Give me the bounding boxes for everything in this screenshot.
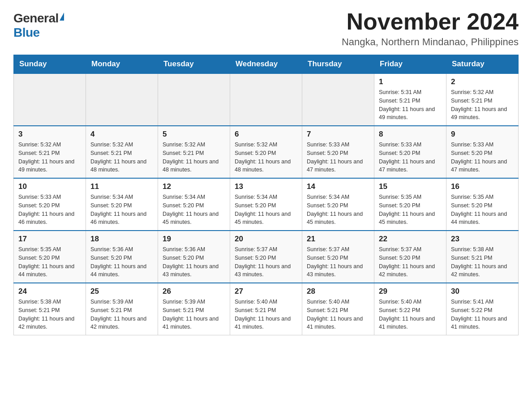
calendar-cell: 26Sunrise: 5:39 AMSunset: 5:21 PMDayligh… xyxy=(158,283,230,335)
calendar-cell: 6Sunrise: 5:32 AMSunset: 5:20 PMDaylight… xyxy=(230,126,302,178)
day-info: Sunrise: 5:36 AMSunset: 5:20 PMDaylight:… xyxy=(163,245,225,279)
day-info: Sunrise: 5:38 AMSunset: 5:21 PMDaylight:… xyxy=(18,298,81,331)
day-number: 13 xyxy=(235,182,297,191)
day-number: 10 xyxy=(18,182,81,191)
day-info: Sunrise: 5:33 AMSunset: 5:20 PMDaylight:… xyxy=(379,141,442,174)
day-info: Sunrise: 5:32 AMSunset: 5:21 PMDaylight:… xyxy=(451,88,514,122)
calendar-week-row: 24Sunrise: 5:38 AMSunset: 5:21 PMDayligh… xyxy=(14,283,519,335)
day-number: 6 xyxy=(235,130,297,139)
day-info: Sunrise: 5:34 AMSunset: 5:20 PMDaylight:… xyxy=(163,193,225,227)
day-info: Sunrise: 5:32 AMSunset: 5:21 PMDaylight:… xyxy=(18,141,81,174)
day-info: Sunrise: 5:39 AMSunset: 5:21 PMDaylight:… xyxy=(90,298,153,331)
calendar-cell: 23Sunrise: 5:38 AMSunset: 5:21 PMDayligh… xyxy=(446,231,519,283)
day-number: 11 xyxy=(90,182,153,191)
calendar-cell: 11Sunrise: 5:34 AMSunset: 5:20 PMDayligh… xyxy=(86,178,158,231)
day-info: Sunrise: 5:37 AMSunset: 5:20 PMDaylight:… xyxy=(235,245,297,279)
calendar-cell xyxy=(14,73,86,126)
calendar-cell: 18Sunrise: 5:36 AMSunset: 5:20 PMDayligh… xyxy=(86,231,158,283)
day-info: Sunrise: 5:37 AMSunset: 5:20 PMDaylight:… xyxy=(379,245,442,279)
calendar-cell: 7Sunrise: 5:33 AMSunset: 5:20 PMDaylight… xyxy=(302,126,374,178)
calendar-header-sunday: Sunday xyxy=(14,55,86,74)
day-number: 9 xyxy=(451,130,514,139)
calendar-cell: 13Sunrise: 5:34 AMSunset: 5:20 PMDayligh… xyxy=(230,178,302,231)
calendar-cell: 9Sunrise: 5:33 AMSunset: 5:20 PMDaylight… xyxy=(446,126,519,178)
calendar-cell: 8Sunrise: 5:33 AMSunset: 5:20 PMDaylight… xyxy=(374,126,446,178)
calendar-header-tuesday: Tuesday xyxy=(158,55,230,74)
day-number: 22 xyxy=(379,235,442,244)
calendar-week-row: 3Sunrise: 5:32 AMSunset: 5:21 PMDaylight… xyxy=(14,126,519,178)
calendar-cell: 1Sunrise: 5:31 AMSunset: 5:21 PMDaylight… xyxy=(374,73,446,126)
calendar-week-row: 10Sunrise: 5:33 AMSunset: 5:20 PMDayligh… xyxy=(14,178,519,231)
day-number: 7 xyxy=(307,130,369,139)
calendar-title: November 2024 xyxy=(342,9,519,34)
calendar-cell xyxy=(302,73,374,126)
day-info: Sunrise: 5:34 AMSunset: 5:20 PMDaylight:… xyxy=(307,193,369,227)
day-info: Sunrise: 5:32 AMSunset: 5:20 PMDaylight:… xyxy=(235,141,297,174)
calendar-cell: 30Sunrise: 5:41 AMSunset: 5:22 PMDayligh… xyxy=(446,283,519,335)
calendar-cell: 17Sunrise: 5:35 AMSunset: 5:20 PMDayligh… xyxy=(14,231,86,283)
day-number: 2 xyxy=(451,77,514,86)
day-info: Sunrise: 5:41 AMSunset: 5:22 PMDaylight:… xyxy=(451,298,514,331)
calendar-cell: 12Sunrise: 5:34 AMSunset: 5:20 PMDayligh… xyxy=(158,178,230,231)
day-info: Sunrise: 5:32 AMSunset: 5:21 PMDaylight:… xyxy=(163,141,225,174)
title-section: November 2024 Nangka, Northern Mindanao,… xyxy=(342,9,519,48)
day-number: 14 xyxy=(307,182,369,191)
day-info: Sunrise: 5:37 AMSunset: 5:20 PMDaylight:… xyxy=(307,245,369,279)
calendar-cell: 21Sunrise: 5:37 AMSunset: 5:20 PMDayligh… xyxy=(302,231,374,283)
calendar-cell: 25Sunrise: 5:39 AMSunset: 5:21 PMDayligh… xyxy=(86,283,158,335)
day-info: Sunrise: 5:32 AMSunset: 5:21 PMDaylight:… xyxy=(90,141,153,174)
day-info: Sunrise: 5:39 AMSunset: 5:21 PMDaylight:… xyxy=(163,298,225,331)
day-number: 15 xyxy=(379,182,442,191)
day-info: Sunrise: 5:33 AMSunset: 5:20 PMDaylight:… xyxy=(307,141,369,174)
day-number: 26 xyxy=(163,287,225,296)
day-number: 4 xyxy=(90,130,153,139)
day-number: 27 xyxy=(235,287,297,296)
day-number: 12 xyxy=(163,182,225,191)
calendar-cell: 15Sunrise: 5:35 AMSunset: 5:20 PMDayligh… xyxy=(374,178,446,231)
logo-blue: Blue xyxy=(13,26,40,39)
calendar-cell: 4Sunrise: 5:32 AMSunset: 5:21 PMDaylight… xyxy=(86,126,158,178)
calendar-subtitle: Nangka, Northern Mindanao, Philippines xyxy=(342,36,519,48)
calendar-header-saturday: Saturday xyxy=(446,55,519,74)
calendar-cell: 10Sunrise: 5:33 AMSunset: 5:20 PMDayligh… xyxy=(14,178,86,231)
day-number: 28 xyxy=(307,287,369,296)
day-info: Sunrise: 5:40 AMSunset: 5:21 PMDaylight:… xyxy=(235,298,297,331)
calendar-week-row: 17Sunrise: 5:35 AMSunset: 5:20 PMDayligh… xyxy=(14,231,519,283)
calendar-cell: 24Sunrise: 5:38 AMSunset: 5:21 PMDayligh… xyxy=(14,283,86,335)
calendar-cell xyxy=(158,73,230,126)
calendar-week-row: 1Sunrise: 5:31 AMSunset: 5:21 PMDaylight… xyxy=(14,73,519,126)
calendar-cell: 22Sunrise: 5:37 AMSunset: 5:20 PMDayligh… xyxy=(374,231,446,283)
day-number: 5 xyxy=(163,130,225,139)
calendar-header-friday: Friday xyxy=(374,55,446,74)
calendar-cell xyxy=(86,73,158,126)
day-info: Sunrise: 5:36 AMSunset: 5:20 PMDaylight:… xyxy=(90,245,153,279)
day-info: Sunrise: 5:33 AMSunset: 5:20 PMDaylight:… xyxy=(451,141,514,174)
day-info: Sunrise: 5:31 AMSunset: 5:21 PMDaylight:… xyxy=(379,88,442,122)
logo: General Blue xyxy=(13,11,64,40)
day-info: Sunrise: 5:34 AMSunset: 5:20 PMDaylight:… xyxy=(235,193,297,227)
calendar-cell: 16Sunrise: 5:35 AMSunset: 5:20 PMDayligh… xyxy=(446,178,519,231)
calendar-cell xyxy=(230,73,302,126)
day-info: Sunrise: 5:35 AMSunset: 5:20 PMDaylight:… xyxy=(18,245,81,279)
day-number: 21 xyxy=(307,235,369,244)
day-number: 19 xyxy=(163,235,225,244)
calendar-header-thursday: Thursday xyxy=(302,55,374,74)
day-info: Sunrise: 5:35 AMSunset: 5:20 PMDaylight:… xyxy=(379,193,442,227)
day-number: 23 xyxy=(451,235,514,244)
day-number: 16 xyxy=(451,182,514,191)
day-info: Sunrise: 5:40 AMSunset: 5:21 PMDaylight:… xyxy=(307,298,369,331)
calendar-cell: 28Sunrise: 5:40 AMSunset: 5:21 PMDayligh… xyxy=(302,283,374,335)
day-info: Sunrise: 5:35 AMSunset: 5:20 PMDaylight:… xyxy=(451,193,514,227)
day-info: Sunrise: 5:33 AMSunset: 5:20 PMDaylight:… xyxy=(18,193,81,227)
page-header: General Blue November 2024 Nangka, North… xyxy=(13,9,519,48)
calendar-header-row: SundayMondayTuesdayWednesdayThursdayFrid… xyxy=(14,55,519,74)
day-info: Sunrise: 5:38 AMSunset: 5:21 PMDaylight:… xyxy=(451,245,514,279)
calendar-cell: 3Sunrise: 5:32 AMSunset: 5:21 PMDaylight… xyxy=(14,126,86,178)
calendar-cell: 27Sunrise: 5:40 AMSunset: 5:21 PMDayligh… xyxy=(230,283,302,335)
day-number: 17 xyxy=(18,235,81,244)
logo-triangle-icon xyxy=(60,13,64,21)
day-number: 1 xyxy=(379,77,442,86)
day-info: Sunrise: 5:40 AMSunset: 5:22 PMDaylight:… xyxy=(379,298,442,331)
calendar-cell: 14Sunrise: 5:34 AMSunset: 5:20 PMDayligh… xyxy=(302,178,374,231)
calendar-cell: 29Sunrise: 5:40 AMSunset: 5:22 PMDayligh… xyxy=(374,283,446,335)
